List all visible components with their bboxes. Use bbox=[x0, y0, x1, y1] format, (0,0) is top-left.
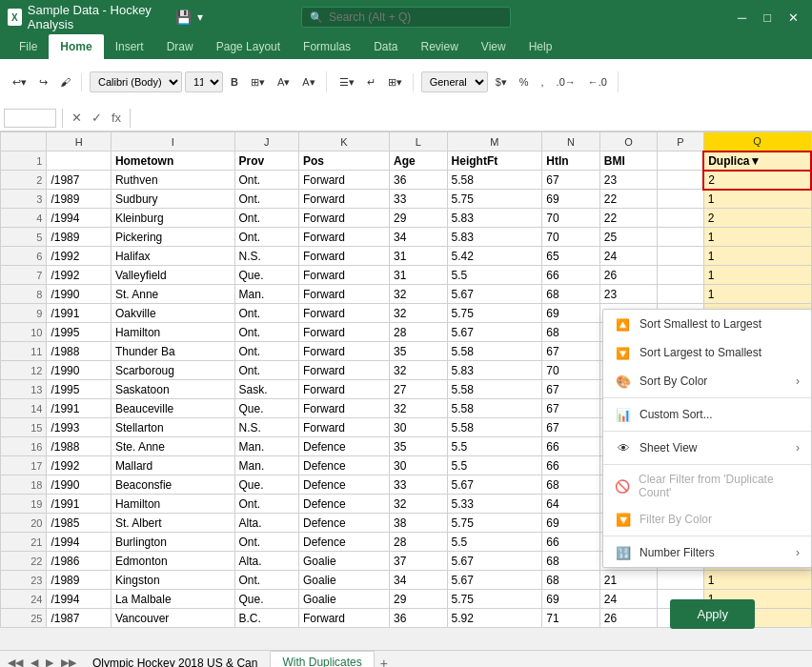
cell-pos[interactable]: Forward bbox=[298, 361, 389, 380]
cell-h[interactable]: /1994 bbox=[47, 533, 111, 552]
number-filters-item[interactable]: 🔢 Number Filters › bbox=[603, 538, 811, 567]
cell-heightft[interactable]: 5.5 bbox=[447, 533, 542, 552]
confirm-formula-button[interactable]: ✓ bbox=[89, 111, 105, 125]
sheet-tab-duplicates[interactable]: With Duplicates bbox=[270, 651, 374, 668]
cell-pos[interactable]: Defence bbox=[298, 456, 389, 475]
cell-pos[interactable]: Goalie bbox=[298, 571, 389, 590]
header-duplica[interactable]: Duplica▼ bbox=[703, 152, 811, 171]
cell-hometown[interactable]: Thunder Ba bbox=[111, 342, 234, 361]
cell-age[interactable]: 32 bbox=[390, 361, 448, 380]
cell-hometown[interactable]: Edmonton bbox=[111, 552, 234, 571]
cell-prov[interactable]: Ont. bbox=[234, 361, 298, 380]
tab-formulas[interactable]: Formulas bbox=[292, 34, 362, 59]
cell-age[interactable]: 35 bbox=[390, 437, 448, 456]
cell-htin[interactable]: 66 bbox=[542, 266, 600, 285]
cell-prov[interactable]: Ont. bbox=[234, 209, 298, 228]
cell-p[interactable] bbox=[658, 247, 703, 266]
fill-color-button[interactable]: A▾ bbox=[273, 73, 294, 91]
cell-prov[interactable]: Ont. bbox=[234, 304, 298, 323]
cell-heightft[interactable]: 5.83 bbox=[447, 361, 542, 380]
maximize-button[interactable]: □ bbox=[758, 9, 777, 27]
cell-q[interactable]: 1 bbox=[703, 228, 811, 247]
cell-bmi[interactable]: 26 bbox=[599, 266, 658, 285]
cell-h[interactable]: /1994 bbox=[47, 209, 111, 228]
cell-h[interactable]: /1992 bbox=[47, 247, 111, 266]
cell-hometown[interactable]: Hamilton bbox=[111, 495, 234, 514]
cell-prov[interactable]: Alta. bbox=[234, 552, 298, 571]
cell-age[interactable]: 34 bbox=[390, 571, 448, 590]
tab-data[interactable]: Data bbox=[362, 34, 409, 59]
col-header-k[interactable]: K bbox=[298, 132, 389, 152]
cell-age[interactable]: 31 bbox=[390, 266, 448, 285]
cell-htin[interactable]: 67 bbox=[542, 418, 600, 437]
cell-age[interactable]: 37 bbox=[390, 552, 448, 571]
cell-heightft[interactable]: 5.67 bbox=[447, 323, 542, 342]
cell-pos[interactable]: Defence bbox=[298, 437, 389, 456]
add-sheet-button[interactable]: + bbox=[375, 654, 394, 668]
cell-p[interactable] bbox=[658, 209, 703, 228]
cell-hometown[interactable]: Beauceville bbox=[111, 399, 234, 418]
cell-h[interactable]: /1989 bbox=[47, 571, 111, 590]
cell-hometown[interactable]: Ste. Anne bbox=[111, 437, 234, 456]
cell-hometown[interactable]: Saskatoon bbox=[111, 380, 234, 399]
cell-htin[interactable]: 69 bbox=[542, 190, 600, 209]
cell-heightft[interactable]: 5.67 bbox=[447, 475, 542, 495]
cell-age[interactable]: 31 bbox=[390, 247, 448, 266]
cell-q[interactable]: 2 bbox=[703, 171, 811, 190]
cell-bmi[interactable]: 24 bbox=[599, 590, 658, 609]
cell-pos[interactable]: Forward bbox=[298, 304, 389, 323]
cell-heightft[interactable]: 5.83 bbox=[447, 228, 542, 247]
cell-h[interactable]: /1994 bbox=[47, 590, 111, 609]
cell-bmi[interactable]: 21 bbox=[599, 571, 658, 590]
cell-prov[interactable]: Ont. bbox=[234, 228, 298, 247]
cell-reference[interactable]: Q2 bbox=[4, 109, 56, 128]
redo-button[interactable]: ↪ bbox=[34, 73, 52, 91]
cell-p[interactable] bbox=[658, 190, 703, 209]
cell-hometown[interactable]: St. Anne bbox=[111, 285, 234, 304]
tab-draw[interactable]: Draw bbox=[155, 34, 205, 59]
merge-button[interactable]: ⊞▾ bbox=[383, 73, 407, 91]
tab-review[interactable]: Review bbox=[409, 34, 469, 59]
cell-pos[interactable]: Forward bbox=[298, 266, 389, 285]
font-size-select[interactable]: 11 bbox=[185, 71, 223, 92]
cell-prov[interactable]: Ont. bbox=[234, 190, 298, 209]
cell-age[interactable]: 32 bbox=[390, 495, 448, 514]
tab-page-layout[interactable]: Page Layout bbox=[205, 34, 292, 59]
cell-bmi[interactable]: 23 bbox=[599, 285, 658, 304]
tab-file[interactable]: File bbox=[8, 34, 49, 59]
cell-p[interactable] bbox=[658, 171, 703, 190]
cell-heightft[interactable]: 5.75 bbox=[447, 590, 542, 609]
sheet-view-item[interactable]: 👁 Sheet View › bbox=[603, 434, 811, 462]
cell-prov[interactable]: Man. bbox=[234, 456, 298, 475]
cell-htin[interactable]: 70 bbox=[542, 209, 600, 228]
cell-age[interactable]: 28 bbox=[390, 533, 448, 552]
cell-heightft[interactable]: 5.67 bbox=[447, 552, 542, 571]
cell-h[interactable]: /1986 bbox=[47, 552, 111, 571]
sheet-nav-next[interactable]: ▶ bbox=[42, 655, 57, 667]
cell-q[interactable]: 1 bbox=[703, 285, 811, 304]
cell-h[interactable]: /1990 bbox=[47, 361, 111, 380]
cell-pos[interactable]: Forward bbox=[298, 380, 389, 399]
col-header-m[interactable]: M bbox=[447, 132, 542, 152]
cell-heightft[interactable]: 5.75 bbox=[447, 514, 542, 533]
sheet-nav-left[interactable]: ◀◀ bbox=[4, 655, 27, 667]
cell-htin[interactable]: 69 bbox=[542, 514, 600, 533]
cell-htin[interactable]: 66 bbox=[542, 456, 600, 475]
cell-p[interactable] bbox=[658, 266, 703, 285]
cell-prov[interactable]: N.S. bbox=[234, 247, 298, 266]
cell-hometown[interactable]: Sudbury bbox=[111, 190, 234, 209]
cell-prov[interactable]: Que. bbox=[234, 475, 298, 495]
cell-prov[interactable]: Man. bbox=[234, 437, 298, 456]
cell-h[interactable]: /1987 bbox=[47, 171, 111, 190]
cell-heightft[interactable]: 5.58 bbox=[447, 380, 542, 399]
border-button[interactable]: ⊞▾ bbox=[246, 73, 270, 91]
cell-htin[interactable]: 68 bbox=[542, 552, 600, 571]
col-header-l[interactable]: L bbox=[390, 132, 448, 152]
cell-hometown[interactable]: Kingston bbox=[111, 571, 234, 590]
cell-pos[interactable]: Forward bbox=[298, 285, 389, 304]
cell-h[interactable]: /1991 bbox=[47, 304, 111, 323]
cell-age[interactable]: 33 bbox=[390, 475, 448, 495]
cell-pos[interactable]: Forward bbox=[298, 171, 389, 190]
font-color-button[interactable]: A▾ bbox=[297, 73, 319, 91]
cell-h[interactable]: /1991 bbox=[47, 399, 111, 418]
